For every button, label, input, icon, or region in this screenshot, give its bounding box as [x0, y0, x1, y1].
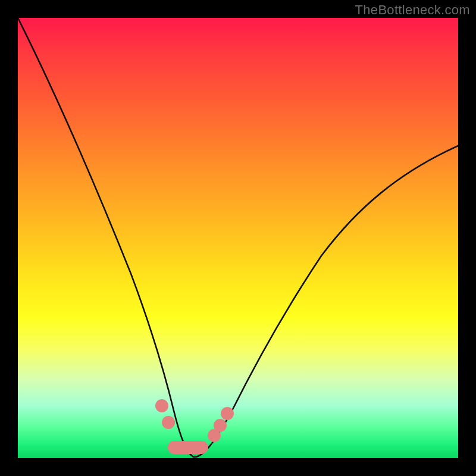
optimal-marker [214, 419, 227, 432]
optimal-marker [162, 416, 175, 429]
optimal-marker [155, 399, 168, 412]
plot-area [18, 18, 458, 458]
optimal-flat-segment [168, 441, 208, 454]
outer-frame: TheBottleneck.com [0, 0, 476, 476]
curve-svg [18, 18, 458, 458]
watermark-text: TheBottleneck.com [355, 2, 470, 18]
optimal-marker [221, 407, 234, 420]
bottleneck-curve-path [18, 18, 458, 457]
